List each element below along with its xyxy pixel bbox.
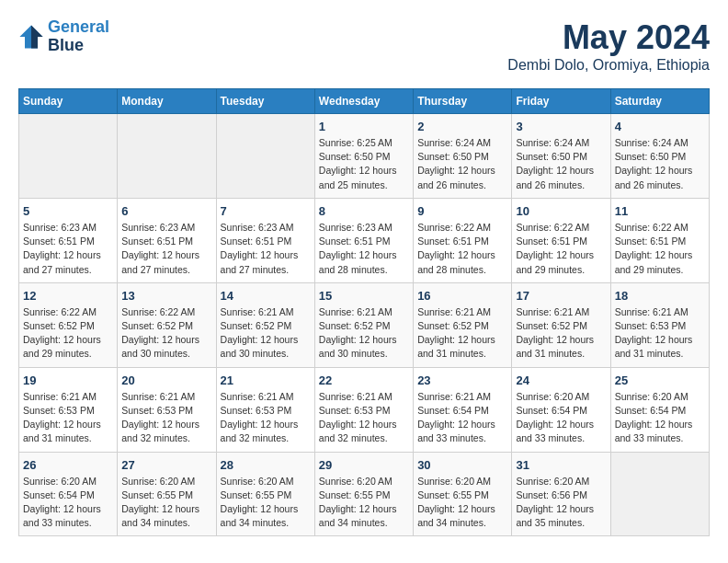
calendar-cell: 30Sunrise: 6:20 AM Sunset: 6:55 PM Dayli… [414, 452, 512, 536]
day-info: Sunrise: 6:22 AM Sunset: 6:52 PM Dayligh… [121, 305, 211, 362]
weekday-header: Sunday [19, 89, 118, 114]
day-number: 19 [23, 373, 113, 387]
calendar-cell: 4Sunrise: 6:24 AM Sunset: 6:50 PM Daylig… [610, 114, 709, 199]
calendar-cell: 17Sunrise: 6:21 AM Sunset: 6:52 PM Dayli… [512, 282, 610, 367]
day-info: Sunrise: 6:20 AM Sunset: 6:54 PM Dayligh… [23, 475, 113, 531]
calendar-cell: 3Sunrise: 6:24 AM Sunset: 6:50 PM Daylig… [512, 114, 610, 199]
day-info: Sunrise: 6:21 AM Sunset: 6:53 PM Dayligh… [221, 390, 311, 446]
day-number: 27 [121, 458, 211, 472]
calendar-cell: 22Sunrise: 6:21 AM Sunset: 6:53 PM Dayli… [314, 367, 413, 452]
svg-marker-1 [31, 25, 43, 48]
day-info: Sunrise: 6:20 AM Sunset: 6:55 PM Dayligh… [121, 475, 211, 531]
day-info: Sunrise: 6:21 AM Sunset: 6:52 PM Dayligh… [319, 305, 409, 362]
calendar-cell: 7Sunrise: 6:23 AM Sunset: 6:51 PM Daylig… [216, 198, 314, 282]
day-number: 29 [319, 458, 409, 472]
calendar-cell: 8Sunrise: 6:23 AM Sunset: 6:51 PM Daylig… [314, 198, 413, 282]
calendar-cell: 27Sunrise: 6:20 AM Sunset: 6:55 PM Dayli… [118, 452, 216, 536]
day-number: 18 [615, 289, 705, 303]
calendar-cell: 28Sunrise: 6:20 AM Sunset: 6:55 PM Dayli… [216, 452, 314, 536]
day-number: 4 [615, 120, 705, 133]
day-info: Sunrise: 6:21 AM Sunset: 6:53 PM Dayligh… [23, 390, 113, 446]
calendar-cell: 20Sunrise: 6:21 AM Sunset: 6:53 PM Dayli… [118, 367, 216, 452]
calendar-cell [118, 114, 216, 199]
calendar-cell [216, 114, 314, 199]
month-title: May 2024 [507, 18, 710, 57]
calendar-week: 1Sunrise: 6:25 AM Sunset: 6:50 PM Daylig… [19, 114, 710, 199]
day-info: Sunrise: 6:20 AM Sunset: 6:56 PM Dayligh… [516, 475, 606, 531]
day-number: 26 [23, 458, 113, 472]
day-number: 24 [516, 373, 606, 387]
day-info: Sunrise: 6:23 AM Sunset: 6:51 PM Dayligh… [221, 221, 311, 277]
calendar-cell: 12Sunrise: 6:22 AM Sunset: 6:52 PM Dayli… [19, 282, 118, 367]
calendar-cell: 25Sunrise: 6:20 AM Sunset: 6:54 PM Dayli… [610, 367, 709, 452]
day-info: Sunrise: 6:23 AM Sunset: 6:51 PM Dayligh… [121, 221, 211, 277]
calendar-week: 19Sunrise: 6:21 AM Sunset: 6:53 PM Dayli… [19, 367, 710, 452]
calendar-week: 5Sunrise: 6:23 AM Sunset: 6:51 PM Daylig… [19, 198, 710, 282]
calendar-cell: 29Sunrise: 6:20 AM Sunset: 6:55 PM Dayli… [314, 452, 413, 536]
day-number: 8 [319, 204, 409, 218]
calendar-cell: 26Sunrise: 6:20 AM Sunset: 6:54 PM Dayli… [19, 452, 118, 536]
day-info: Sunrise: 6:23 AM Sunset: 6:51 PM Dayligh… [23, 221, 113, 277]
day-info: Sunrise: 6:21 AM Sunset: 6:53 PM Dayligh… [319, 390, 409, 446]
weekday-header: Wednesday [314, 89, 413, 114]
day-number: 14 [221, 289, 311, 303]
logo: General Blue [18, 18, 109, 55]
calendar-cell: 21Sunrise: 6:21 AM Sunset: 6:53 PM Dayli… [216, 367, 314, 452]
calendar-cell: 11Sunrise: 6:22 AM Sunset: 6:51 PM Dayli… [610, 198, 709, 282]
day-number: 23 [417, 373, 507, 387]
day-info: Sunrise: 6:22 AM Sunset: 6:51 PM Dayligh… [516, 221, 606, 277]
day-info: Sunrise: 6:20 AM Sunset: 6:54 PM Dayligh… [615, 390, 705, 446]
day-number: 3 [516, 120, 606, 133]
day-number: 22 [319, 373, 409, 387]
calendar-cell: 1Sunrise: 6:25 AM Sunset: 6:50 PM Daylig… [314, 114, 413, 199]
weekday-header: Saturday [610, 89, 709, 114]
day-number: 2 [417, 120, 507, 133]
weekday-header: Tuesday [216, 89, 314, 114]
calendar-cell: 15Sunrise: 6:21 AM Sunset: 6:52 PM Dayli… [314, 282, 413, 367]
page-header: General Blue May 2024 Dembi Dolo, Oromiy… [18, 18, 710, 74]
calendar-week: 12Sunrise: 6:22 AM Sunset: 6:52 PM Dayli… [19, 282, 710, 367]
day-info: Sunrise: 6:25 AM Sunset: 6:50 PM Dayligh… [319, 136, 409, 192]
day-number: 15 [319, 289, 409, 303]
calendar-cell: 14Sunrise: 6:21 AM Sunset: 6:52 PM Dayli… [216, 282, 314, 367]
calendar-cell: 6Sunrise: 6:23 AM Sunset: 6:51 PM Daylig… [118, 198, 216, 282]
day-info: Sunrise: 6:20 AM Sunset: 6:54 PM Dayligh… [516, 390, 606, 446]
day-number: 30 [417, 458, 507, 472]
calendar-cell: 16Sunrise: 6:21 AM Sunset: 6:52 PM Dayli… [414, 282, 512, 367]
day-number: 21 [221, 373, 311, 387]
day-number: 20 [121, 373, 211, 387]
day-number: 7 [221, 204, 311, 218]
calendar-week: 26Sunrise: 6:20 AM Sunset: 6:54 PM Dayli… [19, 452, 710, 536]
day-info: Sunrise: 6:21 AM Sunset: 6:52 PM Dayligh… [516, 305, 606, 362]
day-info: Sunrise: 6:24 AM Sunset: 6:50 PM Dayligh… [615, 136, 705, 192]
day-info: Sunrise: 6:20 AM Sunset: 6:55 PM Dayligh… [417, 475, 507, 531]
calendar-table: SundayMondayTuesdayWednesdayThursdayFrid… [18, 88, 710, 536]
calendar-cell: 9Sunrise: 6:22 AM Sunset: 6:51 PM Daylig… [414, 198, 512, 282]
day-number: 31 [516, 458, 606, 472]
day-number: 6 [121, 204, 211, 218]
location: Dembi Dolo, Oromiya, Ethiopia [507, 57, 710, 74]
day-info: Sunrise: 6:24 AM Sunset: 6:50 PM Dayligh… [516, 136, 606, 192]
calendar-cell: 10Sunrise: 6:22 AM Sunset: 6:51 PM Dayli… [512, 198, 610, 282]
calendar-cell: 2Sunrise: 6:24 AM Sunset: 6:50 PM Daylig… [414, 114, 512, 199]
calendar-body: 1Sunrise: 6:25 AM Sunset: 6:50 PM Daylig… [19, 114, 710, 536]
day-info: Sunrise: 6:20 AM Sunset: 6:55 PM Dayligh… [319, 475, 409, 531]
day-info: Sunrise: 6:21 AM Sunset: 6:52 PM Dayligh… [417, 305, 507, 362]
day-info: Sunrise: 6:22 AM Sunset: 6:51 PM Dayligh… [417, 221, 507, 277]
day-info: Sunrise: 6:24 AM Sunset: 6:50 PM Dayligh… [417, 136, 507, 192]
day-info: Sunrise: 6:21 AM Sunset: 6:54 PM Dayligh… [417, 390, 507, 446]
weekday-header: Monday [118, 89, 216, 114]
calendar-cell: 5Sunrise: 6:23 AM Sunset: 6:51 PM Daylig… [19, 198, 118, 282]
day-info: Sunrise: 6:21 AM Sunset: 6:53 PM Dayligh… [615, 305, 705, 362]
calendar-cell [19, 114, 118, 199]
day-number: 5 [23, 204, 113, 218]
day-info: Sunrise: 6:22 AM Sunset: 6:51 PM Dayligh… [615, 221, 705, 277]
logo-text: General Blue [48, 18, 109, 55]
calendar-header: SundayMondayTuesdayWednesdayThursdayFrid… [19, 89, 710, 114]
day-number: 9 [417, 204, 507, 218]
calendar-cell: 24Sunrise: 6:20 AM Sunset: 6:54 PM Dayli… [512, 367, 610, 452]
day-info: Sunrise: 6:23 AM Sunset: 6:51 PM Dayligh… [319, 221, 409, 277]
weekday-header: Thursday [414, 89, 512, 114]
day-info: Sunrise: 6:20 AM Sunset: 6:55 PM Dayligh… [221, 475, 311, 531]
day-info: Sunrise: 6:21 AM Sunset: 6:52 PM Dayligh… [221, 305, 311, 362]
